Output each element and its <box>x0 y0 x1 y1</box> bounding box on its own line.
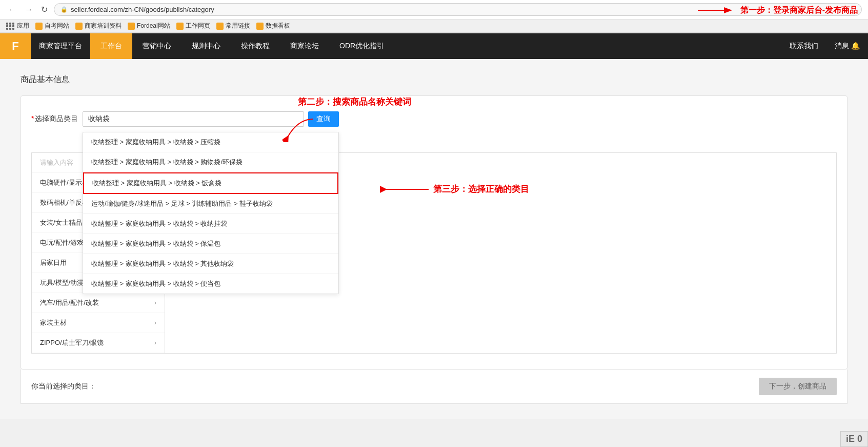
bookmark-label-6: 数据看板 <box>266 22 290 30</box>
next-button[interactable]: 下一步，创建商品 <box>759 378 837 395</box>
nav-right: 联系我们 消息 🔔 <box>781 33 868 59</box>
back-button[interactable]: ← <box>6 4 18 15</box>
refresh-button[interactable]: ↻ <box>39 4 50 15</box>
current-category-label: 你当前选择的类目： <box>31 382 96 391</box>
bookmark-label-3: Fordeal网站 <box>137 22 170 30</box>
bookmark-label-5: 常用链接 <box>226 22 250 30</box>
result-item-7[interactable]: 收纳整理 > 家庭收纳用具 > 收纳袋 > 便当包 <box>83 274 338 294</box>
bookmark-favicon-4 <box>176 23 184 30</box>
brand-name: 商家管理平台 <box>31 33 90 59</box>
bookmark-2[interactable]: 商家培训资料 <box>75 22 122 30</box>
form-card: 第二步：搜索商品名称关键词 *选择商品类目 <box>21 95 847 370</box>
step2-text: 第二步：搜索商品名称关键词 <box>298 96 411 108</box>
result-item-2[interactable]: 收纳整理 > 家庭收纳用具 > 收纳袋 > 饭盒袋 <box>83 172 338 194</box>
step2-annotation-block: 第二步：搜索商品名称关键词 <box>298 96 411 108</box>
bookmark-label-4: 工作网页 <box>186 22 210 30</box>
lock-icon: 🔒 <box>60 6 68 13</box>
result-item-5[interactable]: 收纳整理 > 家庭收纳用具 > 收纳袋 > 保温包 <box>83 234 338 254</box>
bookmark-4[interactable]: 工作网页 <box>176 22 210 30</box>
category-item-8[interactable]: ZIPPO/瑞士军刀/眼镜 › <box>32 333 165 353</box>
step1-text: 第一步：登录商家后台-发布商品 <box>740 5 858 16</box>
arrow-down-left-icon <box>282 116 318 142</box>
category-item-6[interactable]: 汽车/用品/配件/改装 › <box>32 293 165 313</box>
search-results-dropdown: 收纳整理 > 家庭收纳用具 > 收纳袋 > 压缩袋 收纳整理 > 家庭收纳用具 … <box>83 132 339 294</box>
bottom-bar: 你当前选择的类目： 下一步，创建商品 <box>21 370 847 404</box>
category-item-7[interactable]: 家装主材 › <box>32 313 165 333</box>
step1-annotation: 第一步：登录商家后台-发布商品 <box>695 4 858 16</box>
arrow-right-to-left-icon <box>380 184 431 195</box>
bookmark-apps[interactable]: 应用 <box>6 22 29 30</box>
arrow-right-icon <box>695 4 736 16</box>
bookmark-3[interactable]: Fordeal网站 <box>128 22 170 30</box>
nav-item-worktable[interactable]: 工作台 <box>90 33 132 59</box>
search-input[interactable] <box>83 111 304 127</box>
nav-item-marketing[interactable]: 营销中心 <box>132 33 181 59</box>
bookmarks-bar: 应用 自考网站 商家培训资料 Fordeal网站 工作网页 常用链接 数据看板 <box>0 20 868 33</box>
result-item-1[interactable]: 收纳整理 > 家庭收纳用具 > 收纳袋 > 购物袋/环保袋 <box>83 152 338 172</box>
result-item-3[interactable]: 运动/瑜伽/健身/球迷用品 > 足球 > 训练辅助用品 > 鞋子收纳袋 <box>83 194 338 214</box>
result-item-4[interactable]: 收纳整理 > 家庭收纳用具 > 收纳袋 > 收纳挂袋 <box>83 214 338 234</box>
page-content: 商品基本信息 第二步：搜索商品名称关键词 <box>0 59 868 419</box>
bookmark-favicon-2 <box>75 23 83 30</box>
bookmark-1[interactable]: 自考网站 <box>35 22 69 30</box>
bookmark-label-2: 商家培训资料 <box>85 22 122 30</box>
nav-item-forum[interactable]: 商家论坛 <box>280 33 329 59</box>
brand-logo: F <box>0 33 31 59</box>
nav-contact[interactable]: 联系我们 <box>781 42 826 51</box>
chevron-icon-8: › <box>154 339 156 346</box>
step3-text: 第三步：选择正确的类目 <box>433 183 529 195</box>
chevron-icon-7: › <box>154 319 156 326</box>
bookmark-apps-label: 应用 <box>17 22 29 30</box>
nav-item-odr[interactable]: ODR优化指引 <box>329 33 394 59</box>
nav-item-tutorial[interactable]: 操作教程 <box>231 33 280 59</box>
nav-item-rules[interactable]: 规则中心 <box>181 33 231 59</box>
apps-grid-icon <box>6 23 15 30</box>
step3-annotation-block: 第三步：选择正确的类目 <box>380 183 529 195</box>
step2-container: 第二步：搜索商品名称关键词 *选择商品类目 <box>31 111 837 127</box>
category-label: *选择商品类目 <box>31 111 83 124</box>
bookmark-favicon-5 <box>216 23 224 30</box>
bookmark-favicon-3 <box>128 23 135 30</box>
bookmark-5[interactable]: 常用链接 <box>216 22 250 30</box>
category-form-row: *选择商品类目 查询 收纳整理 > 家庭收纳用具 > 收纳袋 > 压缩袋 收纳整… <box>31 111 837 127</box>
bookmark-label-1: 自考网站 <box>45 22 69 30</box>
browser-address-bar: ← → ↻ 🔒 seller.fordeal.com/zh-CN/goods/p… <box>0 0 868 20</box>
step2-arrow <box>282 116 318 144</box>
required-star: * <box>31 114 34 123</box>
bookmark-6[interactable]: 数据看板 <box>256 22 290 30</box>
section-title: 商品基本信息 <box>21 74 847 85</box>
bookmark-favicon-1 <box>35 23 43 30</box>
bookmark-favicon-6 <box>256 23 264 30</box>
address-text: seller.fordeal.com/zh-CN/goods/publish/c… <box>71 6 214 13</box>
nav-messages[interactable]: 消息 🔔 <box>826 42 868 51</box>
chevron-icon-6: › <box>154 299 156 306</box>
top-nav: F 商家管理平台 工作台 营销中心 规则中心 操作教程 商家论坛 ODR优化指引… <box>0 33 868 59</box>
result-item-6[interactable]: 收纳整理 > 家庭收纳用具 > 收纳袋 > 其他收纳袋 <box>83 254 338 274</box>
browser-chrome: ← → ↻ 🔒 seller.fordeal.com/zh-CN/goods/p… <box>0 0 868 33</box>
forward-button[interactable]: → <box>23 4 35 15</box>
